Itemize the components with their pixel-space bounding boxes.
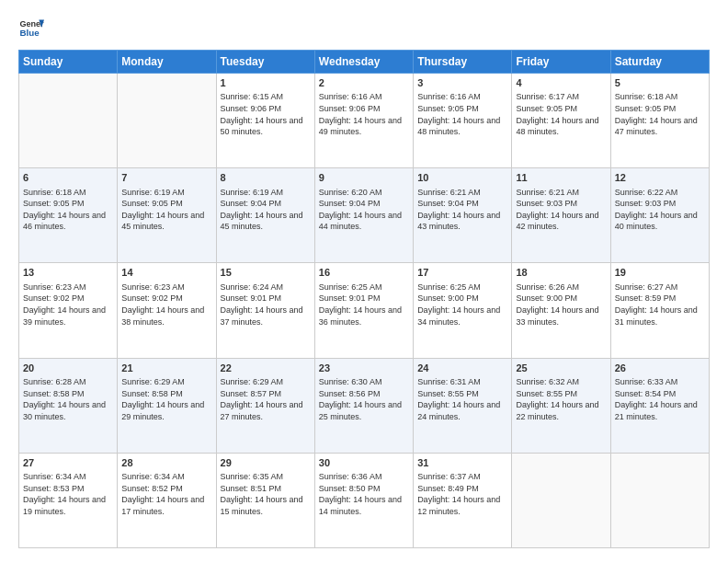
- calendar-cell: 19Sunrise: 6:27 AMSunset: 8:59 PMDayligh…: [610, 263, 709, 358]
- day-info: Sunrise: 6:16 AM: [319, 91, 409, 103]
- day-info: Daylight: 14 hours and 27 minutes.: [221, 399, 311, 422]
- calendar-cell: 15Sunrise: 6:24 AMSunset: 9:01 PMDayligh…: [216, 263, 314, 358]
- calendar-cell: [19, 74, 118, 168]
- day-number: 20: [23, 362, 113, 375]
- day-info: Sunrise: 6:23 AM: [23, 282, 113, 293]
- svg-text:Blue: Blue: [19, 28, 40, 38]
- day-info: Sunset: 9:04 PM: [221, 198, 311, 210]
- day-info: Sunrise: 6:32 AM: [516, 376, 606, 388]
- day-info: Daylight: 14 hours and 17 minutes.: [121, 494, 211, 517]
- day-number: 18: [516, 266, 606, 280]
- day-info: Sunrise: 6:15 AM: [221, 91, 311, 103]
- day-info: Sunrise: 6:36 AM: [319, 471, 409, 483]
- day-info: Sunset: 8:50 PM: [319, 483, 409, 495]
- day-info: Sunset: 8:52 PM: [121, 483, 211, 495]
- day-info: Sunrise: 6:18 AM: [615, 91, 705, 103]
- day-number: 2: [319, 76, 409, 90]
- day-info: Sunset: 9:01 PM: [221, 293, 311, 304]
- day-info: Daylight: 14 hours and 45 minutes.: [121, 210, 211, 233]
- day-info: Sunrise: 6:27 AM: [615, 282, 705, 293]
- page: General Blue SundayMondayTuesdayWednesda…: [0, 0, 728, 563]
- day-info: Sunset: 8:56 PM: [319, 388, 409, 400]
- calendar-cell: 11Sunrise: 6:21 AMSunset: 9:03 PMDayligh…: [512, 168, 610, 263]
- day-info: Sunset: 9:01 PM: [319, 293, 409, 304]
- logo-icon: General Blue: [18, 15, 44, 40]
- day-info: Sunset: 9:06 PM: [221, 103, 311, 115]
- day-info: Daylight: 14 hours and 19 minutes.: [23, 494, 113, 517]
- day-info: Sunset: 8:58 PM: [121, 388, 211, 400]
- day-info: Sunset: 9:05 PM: [516, 103, 606, 115]
- day-number: 27: [23, 456, 113, 470]
- day-info: Sunrise: 6:35 AM: [221, 471, 311, 483]
- day-info: Daylight: 14 hours and 48 minutes.: [516, 115, 606, 138]
- day-number: 13: [23, 266, 113, 280]
- calendar-cell: 10Sunrise: 6:21 AMSunset: 9:04 PMDayligh…: [414, 168, 512, 263]
- day-info: Sunrise: 6:30 AM: [319, 376, 409, 388]
- day-info: Daylight: 14 hours and 15 minutes.: [221, 494, 311, 517]
- day-info: Sunrise: 6:34 AM: [121, 471, 211, 483]
- calendar-cell: 7Sunrise: 6:19 AMSunset: 9:05 PMDaylight…: [118, 168, 216, 263]
- calendar-cell: 18Sunrise: 6:26 AMSunset: 9:00 PMDayligh…: [512, 263, 610, 358]
- day-number: 15: [221, 266, 311, 280]
- calendar-cell: 13Sunrise: 6:23 AMSunset: 9:02 PMDayligh…: [19, 263, 118, 358]
- day-info: Sunrise: 6:18 AM: [23, 187, 113, 199]
- day-info: Sunset: 9:04 PM: [319, 198, 409, 210]
- day-info: Sunset: 8:58 PM: [23, 388, 113, 400]
- day-number: 26: [615, 362, 705, 375]
- calendar-cell: 24Sunrise: 6:31 AMSunset: 8:55 PMDayligh…: [414, 358, 512, 453]
- day-info: Sunrise: 6:17 AM: [516, 91, 606, 103]
- day-info: Daylight: 14 hours and 45 minutes.: [221, 210, 311, 233]
- day-number: 10: [417, 171, 507, 185]
- calendar-week-row: 27Sunrise: 6:34 AMSunset: 8:53 PMDayligh…: [19, 453, 710, 547]
- day-info: Sunset: 8:59 PM: [615, 293, 705, 304]
- calendar-cell: 14Sunrise: 6:23 AMSunset: 9:02 PMDayligh…: [118, 263, 216, 358]
- logo: General Blue: [18, 15, 46, 40]
- day-info: Sunset: 9:02 PM: [121, 293, 211, 304]
- day-info: Sunrise: 6:37 AM: [417, 471, 507, 483]
- day-info: Daylight: 14 hours and 21 minutes.: [615, 399, 705, 422]
- calendar-cell: 20Sunrise: 6:28 AMSunset: 8:58 PMDayligh…: [19, 358, 118, 453]
- calendar-cell: 1Sunrise: 6:15 AMSunset: 9:06 PMDaylight…: [216, 74, 314, 168]
- day-number: 4: [516, 76, 606, 90]
- calendar-cell: 27Sunrise: 6:34 AMSunset: 8:53 PMDayligh…: [19, 453, 118, 547]
- day-header-tuesday: Tuesday: [216, 51, 314, 74]
- day-number: 30: [319, 456, 409, 470]
- day-number: 12: [615, 171, 705, 185]
- day-info: Sunset: 9:05 PM: [121, 198, 211, 210]
- calendar-cell: 28Sunrise: 6:34 AMSunset: 8:52 PMDayligh…: [118, 453, 216, 547]
- calendar-cell: [610, 453, 709, 547]
- calendar-cell: 17Sunrise: 6:25 AMSunset: 9:00 PMDayligh…: [414, 263, 512, 358]
- day-info: Daylight: 14 hours and 24 minutes.: [417, 399, 507, 422]
- day-info: Daylight: 14 hours and 50 minutes.: [221, 115, 311, 138]
- day-info: Sunrise: 6:28 AM: [23, 376, 113, 388]
- calendar-week-row: 20Sunrise: 6:28 AMSunset: 8:58 PMDayligh…: [19, 358, 710, 453]
- calendar-cell: 22Sunrise: 6:29 AMSunset: 8:57 PMDayligh…: [216, 358, 314, 453]
- day-number: 8: [221, 171, 311, 185]
- day-info: Daylight: 14 hours and 14 minutes.: [319, 494, 409, 517]
- calendar-week-row: 13Sunrise: 6:23 AMSunset: 9:02 PMDayligh…: [19, 263, 710, 358]
- day-info: Daylight: 14 hours and 33 minutes.: [516, 304, 606, 327]
- day-info: Sunrise: 6:24 AM: [221, 282, 311, 293]
- day-info: Daylight: 14 hours and 40 minutes.: [615, 210, 705, 233]
- day-info: Daylight: 14 hours and 37 minutes.: [221, 304, 311, 327]
- day-number: 22: [221, 362, 311, 375]
- day-info: Sunset: 8:49 PM: [417, 483, 507, 495]
- day-info: Daylight: 14 hours and 12 minutes.: [417, 494, 507, 517]
- day-info: Daylight: 14 hours and 49 minutes.: [319, 115, 409, 138]
- day-number: 25: [516, 362, 606, 375]
- day-info: Sunset: 8:55 PM: [417, 388, 507, 400]
- day-number: 9: [319, 171, 409, 185]
- day-header-friday: Friday: [512, 51, 610, 74]
- day-number: 24: [417, 362, 507, 375]
- day-info: Sunrise: 6:19 AM: [121, 187, 211, 199]
- day-info: Sunset: 9:05 PM: [615, 103, 705, 115]
- calendar-week-row: 6Sunrise: 6:18 AMSunset: 9:05 PMDaylight…: [19, 168, 710, 263]
- day-info: Sunset: 9:02 PM: [23, 293, 113, 304]
- day-number: 23: [319, 362, 409, 375]
- calendar-cell: 23Sunrise: 6:30 AMSunset: 8:56 PMDayligh…: [314, 358, 413, 453]
- calendar-cell: 3Sunrise: 6:16 AMSunset: 9:05 PMDaylight…: [414, 74, 512, 168]
- day-info: Daylight: 14 hours and 43 minutes.: [417, 210, 507, 233]
- day-info: Sunrise: 6:25 AM: [417, 282, 507, 293]
- day-info: Daylight: 14 hours and 44 minutes.: [319, 210, 409, 233]
- day-info: Daylight: 14 hours and 39 minutes.: [23, 304, 113, 327]
